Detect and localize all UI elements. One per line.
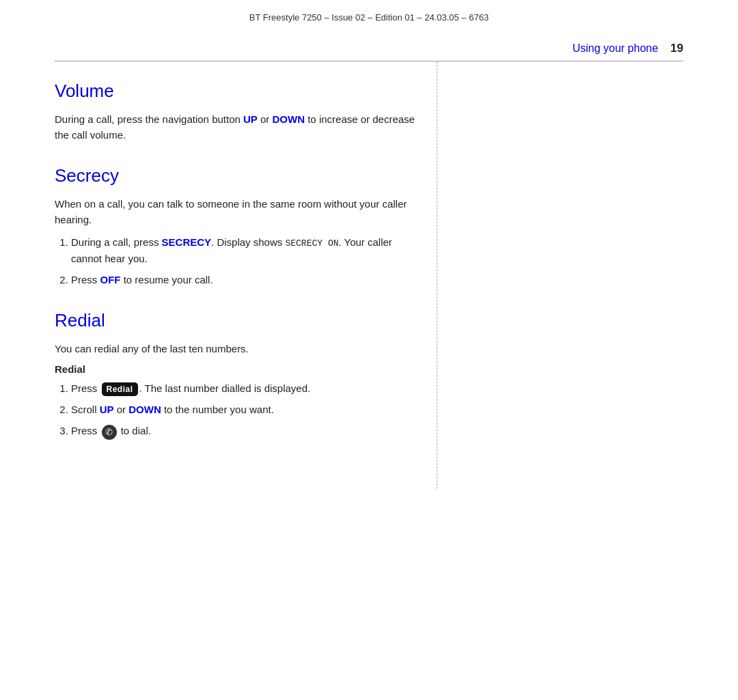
redial-step2-up: UP (100, 404, 114, 415)
volume-body-text: During a call, press the navigation butt… (55, 113, 243, 125)
page-number: 19 (670, 42, 683, 55)
content-area: Volume During a call, press the navigati… (55, 61, 683, 489)
redial-step1: Press Redial. The last number dialled is… (71, 380, 416, 396)
nav-title: Using your phone (573, 42, 658, 55)
volume-section: Volume During a call, press the navigati… (55, 81, 416, 143)
secrecy-step1-pre: During a call, press (71, 236, 162, 248)
redial-step1-pre: Press (71, 382, 100, 394)
secrecy-intro: When on a call, you can talk to someone … (55, 196, 416, 228)
page-header: BT Freestyle 7250 – Issue 02 – Edition 0… (0, 0, 738, 29)
phone-dial-icon: ✆ (102, 425, 117, 440)
secrecy-step2-pre: Press (71, 274, 100, 285)
redial-step2: Scroll UP or DOWN to the number you want… (71, 402, 416, 417)
redial-button-badge: Redial (102, 382, 138, 397)
redial-subheading: Redial (55, 363, 416, 375)
redial-step2-end: to the number you want. (161, 404, 274, 415)
redial-step2-pre: Scroll (71, 404, 100, 415)
redial-step2-down: DOWN (128, 404, 161, 415)
secrecy-section: Secrecy When on a call, you can talk to … (55, 165, 416, 288)
top-nav: Using your phone 19 (0, 29, 738, 61)
volume-body: During a call, press the navigation butt… (55, 111, 416, 143)
redial-step3-pre: Press (71, 425, 100, 436)
redial-step2-or: or (114, 404, 129, 415)
redial-step3-end: to dial. (118, 425, 151, 436)
volume-or: or (258, 113, 273, 125)
redial-step1-end: . The last number dialled is displayed. (139, 382, 311, 394)
volume-up: UP (243, 113, 258, 125)
redial-list: Press Redial. The last number dialled is… (71, 380, 416, 440)
secrecy-step2: Press OFF to resume your call. (71, 272, 416, 288)
secrecy-step1-key: SECRECY (162, 236, 212, 248)
page: BT Freestyle 7250 – Issue 02 – Edition 0… (0, 0, 738, 700)
redial-step3: Press ✆ to dial. (71, 423, 416, 439)
secrecy-title: Secrecy (55, 165, 416, 186)
redial-intro: You can redial any of the last ten numbe… (55, 341, 416, 356)
volume-title: Volume (55, 81, 416, 102)
secrecy-step2-end: to resume your call. (121, 274, 213, 285)
volume-down: DOWN (273, 113, 305, 125)
secrecy-step1-mid: . Display shows (211, 236, 285, 248)
secrecy-step2-key: OFF (100, 274, 121, 285)
secrecy-list: During a call, press SECRECY. Display sh… (71, 234, 416, 288)
redial-title: Redial (55, 310, 416, 331)
left-column: Volume During a call, press the navigati… (55, 61, 437, 489)
header-text: BT Freestyle 7250 – Issue 02 – Edition 0… (249, 12, 489, 23)
secrecy-step1: During a call, press SECRECY. Display sh… (71, 234, 416, 266)
right-column (437, 61, 683, 489)
redial-section: Redial You can redial any of the last te… (55, 310, 416, 440)
secrecy-step1-mono: SECRECY ON (285, 238, 338, 249)
